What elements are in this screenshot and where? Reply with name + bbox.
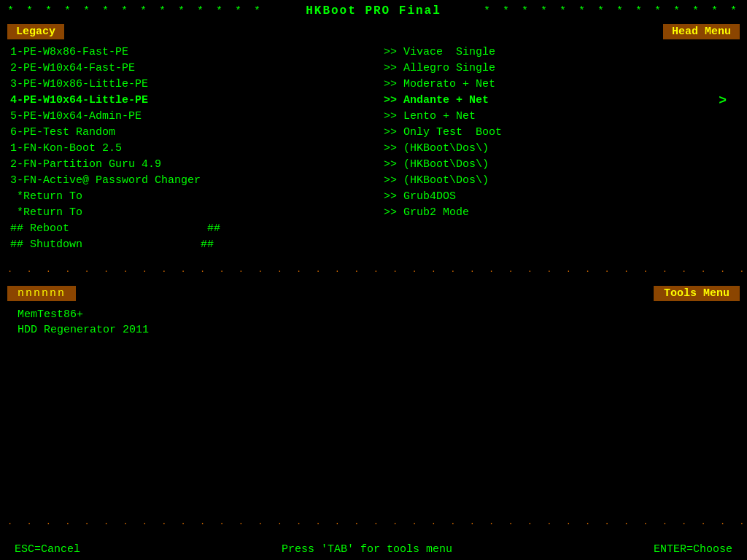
menu-left: 1-PE-W8x86-Fast-PE 2-PE-W10x64-Fast-PE 3…	[7, 44, 366, 252]
list-item[interactable]: 1-PE-W8x86-Fast-PE	[7, 44, 366, 60]
list-item[interactable]: 3-PE-W10x86-Little-PE	[7, 77, 366, 92]
headmenu-label: Head Menu	[663, 24, 740, 39]
esc-cancel-label[interactable]: ESC=Cancel	[15, 543, 80, 556]
arrow-right-icon: >	[719, 93, 732, 108]
list-item[interactable]: >> Vivace Single	[381, 44, 740, 60]
tools-menu-label: Tools Menu	[654, 286, 740, 301]
list-item[interactable]: >> Lento + Net	[381, 109, 740, 124]
footer: ESC=Cancel Press 'TAB' for tools menu EN…	[0, 539, 747, 560]
menu-area: 1-PE-W8x86-Fast-PE 2-PE-W10x64-Fast-PE 3…	[0, 42, 747, 255]
screen: * * * * * * * * * * * * * * HKBoot PRO F…	[0, 0, 747, 560]
enter-choose-label[interactable]: ENTER=Choose	[654, 543, 732, 556]
tools-header-bar: nnnnnn Tools Menu	[0, 283, 747, 304]
stars-left: * * * * * * * * * * * * * *	[7, 5, 263, 18]
list-item[interactable]: >> Only Test Boot	[381, 125, 740, 140]
list-item[interactable]: 2-PE-W10x64-Fast-PE	[7, 61, 366, 76]
header-bar: Legacy Head Menu	[0, 22, 747, 42]
app-title: HKBoot PRO Final	[306, 4, 441, 18]
tools-item-memtest[interactable]: MemTest86+	[15, 307, 732, 322]
list-item[interactable]: >> Grub2 Mode	[381, 205, 740, 220]
legacy-label: Legacy	[7, 24, 64, 39]
dotted-separator-top: · · · · · · · · · · · · · · · · · · · · …	[0, 261, 747, 280]
stars-right: * * * * * * * * * * * * * *	[484, 5, 740, 18]
list-item-selected[interactable]: 4-PE-W10x64-Little-PE	[7, 93, 366, 108]
list-item[interactable]: >> (HKBoot\Dos\)	[381, 173, 740, 188]
press-tab-label: Press 'TAB' for tools menu	[282, 543, 452, 556]
tools-wavy-label: nnnnnn	[7, 286, 76, 301]
list-item[interactable]: 1-FN-Kon-Boot 2.5	[7, 141, 366, 156]
list-item[interactable]: ## Shutdown ##	[7, 237, 366, 252]
list-item[interactable]: 2-FN-Partition Guru 4.9	[7, 157, 366, 172]
list-item[interactable]: >> Moderato + Net	[381, 77, 740, 92]
list-item[interactable]: >> (HKBoot\Dos\)	[381, 157, 740, 172]
list-item[interactable]: 6-PE-Test Random	[7, 125, 366, 140]
list-item[interactable]: >> (HKBoot\Dos\)	[381, 141, 740, 156]
list-item[interactable]: ## Reboot ##	[7, 221, 366, 236]
list-item[interactable]: *Return To	[7, 205, 366, 220]
list-item[interactable]: *Return To	[7, 189, 366, 204]
list-item[interactable]: >> Allegro Single	[381, 61, 740, 76]
list-item-selected[interactable]: >> Andante + Net	[381, 93, 492, 108]
list-item[interactable]: 5-PE-W10x64-Admin-PE	[7, 109, 366, 124]
tools-item-hddregenrator[interactable]: HDD Regenerator 2011	[15, 322, 732, 338]
dotted-separator-bottom: · · · · · · · · · · · · · · · · · · · · …	[0, 513, 747, 532]
menu-right: >> Vivace Single >> Allegro Single >> Mo…	[366, 44, 740, 252]
list-item[interactable]: >> Grub4DOS	[381, 189, 740, 204]
top-stars-bar: * * * * * * * * * * * * * * HKBoot PRO F…	[0, 0, 747, 22]
list-item[interactable]: 3-FN-Active@ Password Changer	[7, 173, 366, 188]
tools-menu: MemTest86+ HDD Regenerator 2011	[0, 304, 747, 341]
